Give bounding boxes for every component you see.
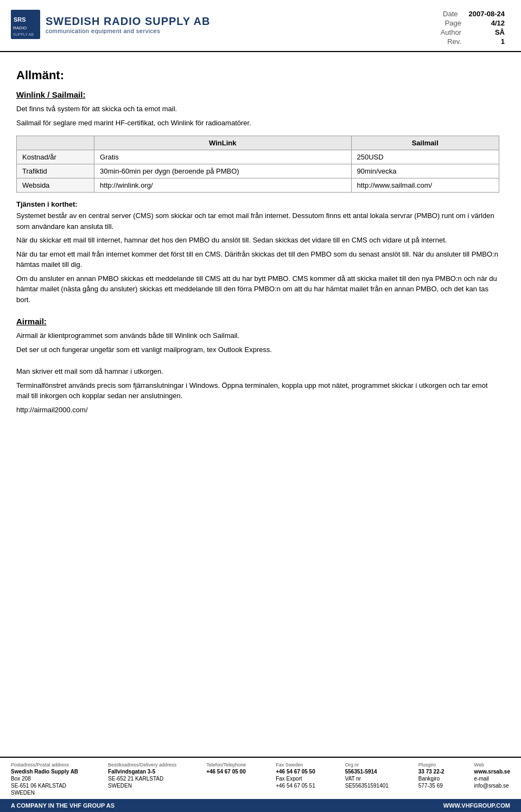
footer-col-value: +46 54 67 05 50 (276, 769, 315, 775)
footer-bottom-right: WWW.VHFGROUP.COM (443, 802, 510, 809)
body-paragraph: Om du ansluter en annan PMBO skickas ett… (16, 273, 499, 305)
footer-col: Org.nr556351-5914VAT nrSE556351591401 (345, 762, 389, 796)
table-cell-val1: http://winlink.org/ (94, 178, 351, 193)
table-cell-label: Kostnad/år (17, 150, 94, 164)
footer-col-value: 33 73 22-2 (418, 769, 444, 775)
footer-col-label: Org.nr (345, 762, 389, 768)
svg-text:SRS: SRS (14, 16, 26, 23)
table-cell-label: Trafiktid (17, 164, 94, 178)
body-paragraph: http://airmail2000.com/ (16, 405, 499, 415)
comparison-table: WinLink Sailmail Kostnad/år Gratis 250US… (16, 136, 499, 193)
logo-text: SWEDISH RADIO SUPPLY AB communication eq… (46, 15, 210, 34)
body-paragraph: När du skickar ett mail till internet, h… (16, 235, 499, 246)
footer-col-value: SE-651 06 KARLSTAD (11, 783, 78, 789)
page-header: SRS RADIO SUPPLY AB SWEDISH RADIO SUPPLY… (0, 0, 521, 52)
footer-col-value: www.srsab.se (474, 769, 510, 775)
section2-title: Airmail: (16, 317, 499, 326)
table-cell-val2: 250USD (351, 150, 499, 164)
footer-col-label: Telefon/Telephone (206, 762, 246, 768)
footer-col-value: +46 54 67 05 00 (206, 769, 246, 775)
footer-col: Besöksadress/Delivery addressFallvindsga… (108, 762, 176, 796)
table-cell-val1: Gratis (94, 150, 351, 164)
footer-col-value: 556351-5914 (345, 769, 389, 775)
page-value: 4/12 (472, 19, 505, 27)
footer-col: Plusgiro33 73 22-2Bankgiro577-35 69 (418, 762, 444, 796)
body-paragraph: Man skriver ett mail som då hamnar i utk… (16, 366, 499, 377)
table-cell-val2: http://www.sailmail.com/ (351, 178, 499, 193)
footer-col-value: Fallvindsgatan 3-5 (108, 769, 176, 775)
body-paragraph: Terminalfönstret används precis som fjär… (16, 380, 499, 401)
logo-area: SRS RADIO SUPPLY AB SWEDISH RADIO SUPPLY… (11, 10, 210, 39)
footer-col-value: info@srsab.se (474, 783, 510, 789)
footer-col-value: 577-35 69 (418, 783, 444, 789)
body-paragraph: När du tar emot ett mail från internet k… (16, 249, 499, 270)
section1-intro2: Sailmail för seglare med marint HF-certi… (16, 118, 499, 129)
company-logo-icon: SRS RADIO SUPPLY AB (11, 10, 40, 39)
company-name: SWEDISH RADIO SUPPLY AB (46, 15, 210, 28)
company-tagline: communication equipment and services (46, 28, 210, 34)
footer-col-value: Bankgiro (418, 776, 444, 782)
footer-col-value: Fax Export (276, 776, 315, 782)
footer-bottom: A COMPANY IN THE VHF GROUP AS WWW.VHFGRO… (0, 799, 521, 812)
footer-col-label: Plusgiro (418, 762, 444, 768)
body-paragraph: Systemet består av en central server (CM… (16, 210, 499, 232)
table-row: Kostnad/år Gratis 250USD (17, 150, 499, 164)
footer-col-value: SE556351591401 (345, 783, 389, 789)
footer-col-label: Postadress/Postal address (11, 762, 78, 768)
svg-text:RADIO: RADIO (13, 25, 27, 30)
footer-col: Fax Sweden+46 54 67 05 50Fax Export+46 5… (276, 762, 315, 796)
table-cell-val2: 90min/vecka (351, 164, 499, 178)
footer-col: Postadress/Postal addressSwedish Radio S… (11, 762, 78, 796)
section1-title: Winlink / Sailmail: (16, 90, 499, 99)
footer-col-value: Box 208 (11, 776, 78, 782)
footer-col-value: VAT nr (345, 776, 389, 782)
footer-col-label: Besöksadress/Delivery address (108, 762, 176, 768)
footer-col-value: SE-652 21 KARLSTAD (108, 776, 176, 782)
table-cell-val1: 30min-60min per dygn (beroende på PMBO) (94, 164, 351, 178)
page-label: Page (434, 19, 461, 27)
author-label: Author (434, 28, 461, 36)
author-value: SÅ (472, 28, 505, 36)
table-cell-label: Websida (17, 178, 94, 193)
footer-bottom-left: A COMPANY IN THE VHF GROUP AS (11, 802, 115, 809)
footer-col: Webwww.srsab.see-mailinfo@srsab.se (474, 762, 510, 796)
footer-main: Postadress/Postal addressSwedish Radio S… (0, 757, 521, 799)
date-label: Date (431, 10, 458, 18)
footer-col-value: +46 54 67 05 51 (276, 783, 315, 789)
main-content: Allmänt: Winlink / Sailmail: Det finns t… (0, 52, 521, 593)
footer-col-value: e-mail (474, 776, 510, 782)
subsection-label: Tjänsten i korthet: (16, 200, 499, 208)
footer-col-value: Swedish Radio Supply AB (11, 769, 78, 775)
table-col2: Sailmail (351, 136, 499, 150)
footer-col-label: Fax Sweden (276, 762, 315, 768)
footer-col: Telefon/Telephone+46 54 67 05 00 (206, 762, 246, 796)
footer-col-value: SWEDEN (11, 790, 78, 796)
footer-col-label: Web (474, 762, 510, 768)
table-row: Trafiktid 30min-60min per dygn (beroende… (17, 164, 499, 178)
section1-intro1: Det finns två system för att skicka och … (16, 104, 499, 114)
body-paragraph: Airmail är klientprogrammet som används … (16, 330, 499, 341)
header-meta: Date 2007-08-24 Page 4/12 Author SÅ Rev.… (431, 10, 505, 46)
rev-value: 1 (472, 37, 505, 46)
date-value: 2007-08-24 (469, 10, 505, 18)
body-paragraph: Det ser ut och fungerar ungefär som ett … (16, 344, 499, 355)
table-row: Websida http://winlink.org/ http://www.s… (17, 178, 499, 193)
page-heading: Allmänt: (16, 68, 499, 82)
table-col1: WinLink (94, 136, 351, 150)
table-col-empty (17, 136, 94, 150)
rev-label: Rev. (434, 37, 461, 46)
svg-text:SUPPLY AB: SUPPLY AB (13, 33, 34, 36)
footer-col-value: SWEDEN (108, 783, 176, 789)
